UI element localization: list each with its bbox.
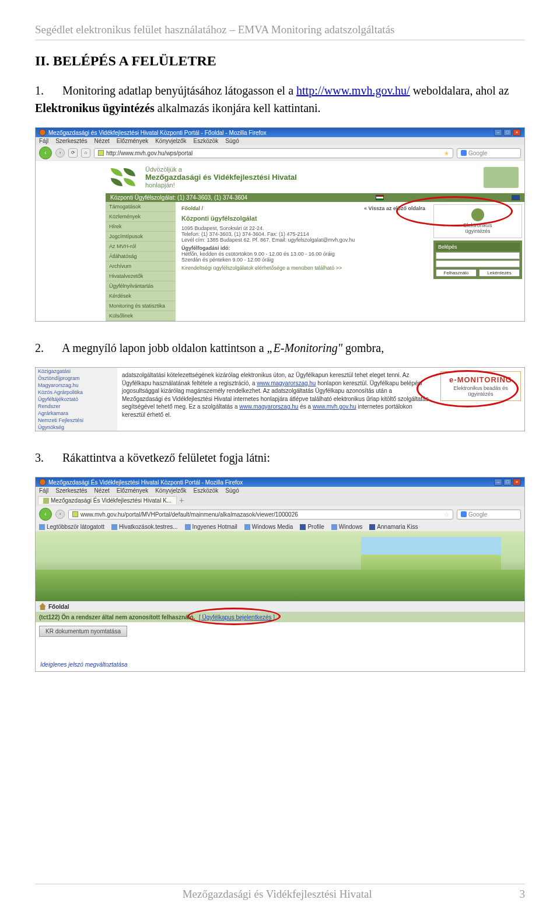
nav2-item[interactable]: Ösztöndíjprogram	[36, 375, 117, 382]
bookmark-item[interactable]: Hivatkozások.testres...	[111, 524, 178, 530]
p3-text: Rákattintva a következő felületet fogja …	[62, 451, 270, 464]
kr-print-button[interactable]: KR dokumentum nyomtatása	[39, 626, 127, 637]
search-placeholder-3: Google	[468, 511, 487, 518]
menu-item[interactable]: Súgó	[225, 138, 239, 144]
highlight-circle-2	[416, 370, 519, 407]
shot2-left-nav: Közigazgatási Ösztöndíjprogram Magyarors…	[36, 368, 117, 431]
password-input[interactable]	[436, 260, 520, 267]
center-link[interactable]: Kirendeltségi ügyfélszolgálatok elérhető…	[181, 265, 425, 271]
menu-item[interactable]: Nézet	[94, 138, 110, 144]
menu-item[interactable]: Fájl	[39, 138, 48, 144]
nav2-item[interactable]: Ügyféltájékoztató	[36, 396, 117, 403]
highlight-circle	[396, 196, 513, 226]
s2-link2[interactable]: www.magyarorszag.hu	[239, 403, 298, 410]
address-bar[interactable]: http://www.mvh.gov.hu/wps/portal ★	[94, 148, 453, 158]
new-tab-button[interactable]: +	[179, 496, 184, 505]
paragraph-1: 1. Monitoring adatlap benyújtásához láto…	[35, 82, 525, 117]
nav-item[interactable]: Hírek	[106, 222, 176, 232]
welcome-title: Mezőgazdasági és Vidékfejlesztési Hivata…	[145, 173, 297, 182]
bookmark-item[interactable]: Windows Media	[244, 524, 293, 530]
fooldal-bar: Főoldal	[36, 601, 524, 612]
footer-page: 3	[520, 888, 526, 901]
maximize-button[interactable]: □	[503, 479, 512, 486]
menu-item[interactable]: Eszközök	[194, 487, 219, 494]
menu-item[interactable]: Könyvjelzők	[155, 487, 186, 494]
auth-status-text: (tct122) Ön a rendszer által nem azonosí…	[39, 614, 195, 620]
menu-item[interactable]: Fájl	[39, 487, 48, 494]
menu-item[interactable]: Szerkesztés	[55, 138, 87, 144]
back-button[interactable]: ‹	[39, 508, 52, 521]
p1-bold: Elektronikus ügyintézés	[35, 102, 155, 114]
flag-en-icon[interactable]	[512, 195, 520, 200]
nav-item[interactable]: Közlemények	[106, 212, 176, 222]
nav2-item[interactable]: Agrárkamara	[36, 410, 117, 417]
close-button[interactable]: ×	[513, 479, 521, 486]
menu-item[interactable]: Nézet	[94, 487, 110, 494]
mvh-link[interactable]: http://www.mvh.gov.hu/	[296, 84, 410, 97]
highlight-circle-3	[187, 608, 281, 625]
nav-item[interactable]: Hivatalvezetők	[106, 271, 176, 281]
list-number: 3.	[35, 449, 60, 466]
forward-button[interactable]: ›	[55, 148, 65, 158]
minimize-button[interactable]: –	[494, 479, 502, 486]
fooldal-label[interactable]: Főoldal	[48, 604, 69, 610]
menu-item[interactable]: Előzmények	[117, 138, 148, 144]
nav-item[interactable]: Jogcímtípusok	[106, 232, 176, 242]
browser-tab[interactable]: Mezőgazdasági És Vidékfejlesztési Hivata…	[38, 496, 177, 504]
menu-item[interactable]: Szerkesztés	[55, 487, 87, 494]
nav2-item[interactable]: Közigazgatási	[36, 368, 117, 375]
close-button[interactable]: ×	[513, 129, 521, 136]
back-button[interactable]: ‹	[39, 147, 52, 159]
bookmark-item[interactable]: Ingyenes Hotmail	[185, 524, 237, 530]
bookmark-item[interactable]: Profile	[300, 524, 324, 530]
bookmark-item[interactable]: Windows	[331, 524, 363, 530]
username-input[interactable]	[436, 252, 520, 259]
nav-item[interactable]: Monitoring és statisztika	[106, 301, 176, 311]
login-btn2[interactable]: Lekérdezés	[479, 269, 520, 277]
window-title: Mezőgazdasági és Vidékfejlesztési Hivata…	[48, 130, 267, 136]
address-bar-3[interactable]: www.mvh.gov.hu/portal/MVHPortal/default/…	[68, 510, 453, 519]
list-number: 1.	[35, 82, 60, 99]
phone-text: Központi Ügyfélszolgálat: (1) 374-3603, …	[110, 194, 247, 201]
menu-item[interactable]: Előzmények	[117, 487, 148, 494]
nav-item[interactable]: Átláhatóság	[106, 252, 176, 261]
search-box-3[interactable]: Google	[457, 510, 521, 519]
mvh-logo	[110, 168, 141, 187]
home-icon	[39, 603, 46, 610]
bookmark-item[interactable]: Annamaria Kiss	[369, 524, 418, 530]
s2-link3[interactable]: www.mvh.gov.hu	[313, 403, 356, 410]
nav-item[interactable]: Külsőlinek	[106, 311, 176, 321]
nav-item[interactable]: Kérdések	[106, 291, 176, 301]
nav-item[interactable]: Ügyfélnyilvántartás	[106, 281, 176, 291]
tab-favicon	[43, 498, 49, 504]
s2-link1[interactable]: www.magyarorszag.hu	[257, 380, 316, 386]
minimize-button[interactable]: –	[494, 129, 502, 136]
temp-password-note[interactable]: Ideiglenes jelszó megváltoztatása	[36, 658, 524, 671]
bookmark-star-icon[interactable]: ☆	[444, 511, 449, 518]
nav-item[interactable]: Archívum	[106, 261, 176, 271]
login-btn1[interactable]: Felhasználó	[436, 269, 477, 277]
bookmark-item[interactable]: Legtöbbször látogatott	[39, 524, 104, 530]
paragraph-2: 2. A megnyíló lapon jobb oldalon kattint…	[35, 339, 525, 357]
bookmark-star-icon[interactable]: ★	[444, 150, 449, 156]
menu-item[interactable]: Eszközök	[194, 138, 219, 144]
menu-item[interactable]: Súgó	[225, 487, 239, 494]
nav2-item[interactable]: Magyarorszag.hu	[36, 382, 117, 389]
forward-button[interactable]: ›	[55, 510, 65, 519]
maximize-button[interactable]: □	[503, 129, 512, 136]
google-icon	[461, 150, 467, 156]
search-box[interactable]: Google	[457, 148, 521, 158]
menu-item[interactable]: Könyvjelzők	[155, 138, 186, 144]
flag-hu-icon[interactable]	[376, 195, 384, 200]
home-button[interactable]: ⌂	[81, 148, 90, 158]
nav2-item[interactable]: Közös Agrárpolitika	[36, 389, 117, 396]
reload-button[interactable]: ⟳	[68, 148, 78, 158]
nav2-item[interactable]: Nemzeti Fejlesztési	[36, 417, 117, 424]
nav-item[interactable]: Az MVH-ról	[106, 242, 176, 252]
footer-org: Mezőgazdasági és Vidékfejlesztési Hivata…	[35, 888, 520, 901]
site-favicon	[98, 150, 104, 156]
nav2-item[interactable]: Ügynökség	[36, 424, 117, 431]
site-banner	[36, 531, 524, 601]
nav-item[interactable]: Támogatások	[106, 202, 176, 212]
nav2-item[interactable]: Rendszer	[36, 403, 117, 410]
